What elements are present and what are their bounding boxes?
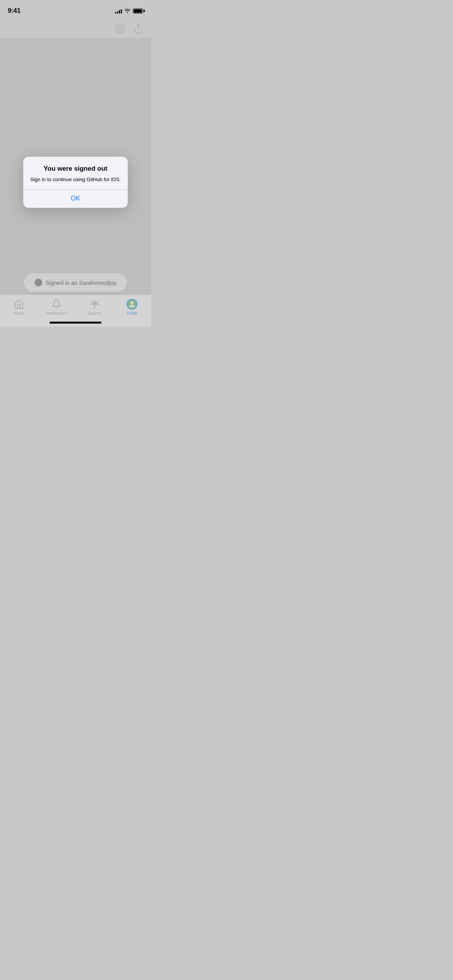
alert-body: You were signed out Sign in to continue … xyxy=(23,157,128,189)
status-icons xyxy=(115,8,143,14)
svg-point-0 xyxy=(119,27,122,30)
alert-ok-button[interactable]: OK xyxy=(23,189,128,208)
share-button[interactable] xyxy=(132,22,145,35)
top-toolbar xyxy=(0,19,151,38)
main-content: You were signed out Sign in to continue … xyxy=(0,38,151,327)
alert-message: Sign in to continue using GitHub for iOS… xyxy=(29,176,122,183)
wifi-icon xyxy=(124,8,130,14)
alert-overlay: You were signed out Sign in to continue … xyxy=(0,38,151,327)
alert-title: You were signed out xyxy=(29,164,122,173)
signal-icon xyxy=(115,8,122,14)
status-time: 9:41 xyxy=(8,7,21,15)
settings-button[interactable] xyxy=(114,22,126,35)
status-bar: 9:41 xyxy=(0,0,151,19)
alert-dialog: You were signed out Sign in to continue … xyxy=(23,157,128,208)
app-page: 9:41 xyxy=(0,0,151,327)
battery-icon xyxy=(133,9,143,14)
home-indicator xyxy=(50,322,101,324)
